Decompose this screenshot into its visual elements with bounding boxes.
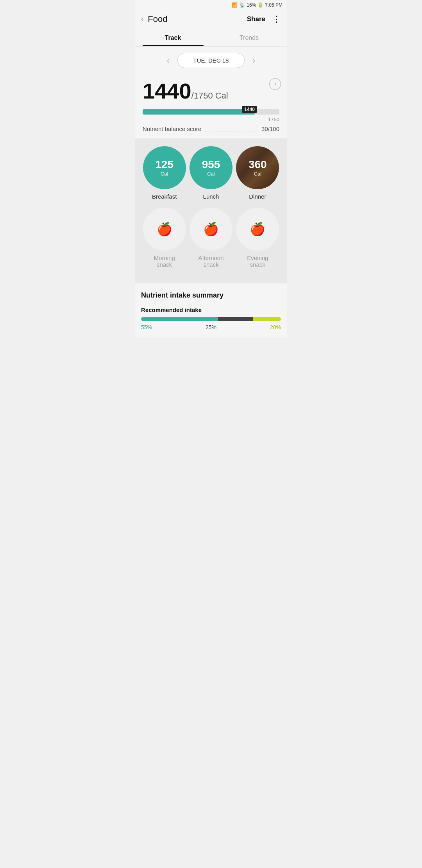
bar-label-25: 25% bbox=[206, 324, 216, 330]
morning-snack-circle: 🍎 bbox=[143, 208, 186, 251]
nutrient-balance-row: Nutrient balance score 30/100 bbox=[143, 126, 279, 132]
breakfast-circle: 125 Cal bbox=[143, 146, 186, 189]
calorie-current: 1440 bbox=[143, 79, 191, 103]
afternoon-snack-circle: 🍎 bbox=[190, 208, 232, 251]
status-icons: 📶 📡 16% 🔋 7:05 PM bbox=[232, 2, 283, 8]
bar-label-20: 20% bbox=[270, 324, 281, 330]
share-button[interactable]: Share bbox=[247, 15, 265, 23]
evening-snack-circle: 🍎 bbox=[236, 208, 279, 251]
app-header: ‹ Food Share ⋮ bbox=[135, 10, 287, 29]
morning-snack-icon: 🍎 bbox=[157, 222, 172, 237]
calorie-progress-fill: 1440 bbox=[143, 109, 255, 115]
calorie-progress-container: 1440 1750 bbox=[143, 109, 279, 115]
meals-section: 125 Cal Breakfast 955 Cal Lunch 360 Cal … bbox=[135, 138, 287, 283]
evening-snack-icon: 🍎 bbox=[250, 222, 265, 237]
header-left: ‹ Food bbox=[141, 14, 167, 24]
morning-snack-label: Morningsnack bbox=[154, 255, 175, 268]
calorie-goal-text: /1750 Cal bbox=[191, 91, 228, 100]
progress-current-label: 1440 bbox=[242, 106, 257, 113]
tab-bar: Track Trends bbox=[135, 29, 287, 47]
wifi-icon: 📶 bbox=[232, 2, 238, 8]
dinner-circle: 360 Cal bbox=[236, 146, 279, 189]
next-date-button[interactable]: › bbox=[249, 54, 259, 66]
dinner-cal: 360 bbox=[249, 159, 267, 170]
dinner-unit: Cal bbox=[254, 171, 262, 177]
status-bar: 📶 📡 16% 🔋 7:05 PM bbox=[135, 0, 287, 10]
bar-segment-25 bbox=[218, 317, 253, 321]
snacks-row: 🍎 Morningsnack 🍎 Afternoonsnack 🍎 Evenin… bbox=[141, 208, 281, 268]
lunch-label: Lunch bbox=[203, 193, 219, 200]
nutrient-balance-label: Nutrient balance score bbox=[143, 126, 201, 132]
meal-morning-snack[interactable]: 🍎 Morningsnack bbox=[143, 208, 186, 268]
more-button[interactable]: ⋮ bbox=[272, 14, 281, 24]
tab-track[interactable]: Track bbox=[135, 29, 211, 46]
dotted-divider bbox=[204, 131, 258, 131]
meal-evening-snack[interactable]: 🍎 Eveningsnack bbox=[236, 208, 279, 268]
recommended-bar bbox=[141, 317, 281, 321]
info-button[interactable]: i bbox=[269, 78, 281, 90]
battery-label: 16% bbox=[247, 2, 256, 8]
nutrient-summary-title: Nutrient intake summary bbox=[141, 291, 281, 299]
nutrient-summary-section: Nutrient intake summary Recommended inta… bbox=[135, 283, 287, 338]
page-title: Food bbox=[148, 14, 167, 24]
bar-segment-20 bbox=[253, 317, 281, 321]
current-date[interactable]: TUE, DEC 18 bbox=[177, 53, 245, 68]
calorie-progress-track: 1440 1750 bbox=[143, 109, 279, 115]
breakfast-unit: Cal bbox=[161, 171, 168, 177]
battery-icon: 🔋 bbox=[257, 2, 263, 8]
calorie-display: 1440/1750 Cal bbox=[143, 78, 279, 104]
afternoon-snack-icon: 🍎 bbox=[203, 222, 219, 237]
header-right: Share ⋮ bbox=[247, 14, 281, 24]
meal-breakfast[interactable]: 125 Cal Breakfast bbox=[143, 146, 186, 200]
evening-snack-label: Eveningsnack bbox=[247, 255, 268, 268]
lunch-circle: 955 Cal bbox=[190, 146, 232, 189]
back-button[interactable]: ‹ bbox=[141, 14, 144, 24]
tab-trends[interactable]: Trends bbox=[211, 29, 287, 46]
calorie-section: i 1440/1750 Cal 1440 1750 Nutrient balan… bbox=[135, 74, 287, 138]
main-meals-row: 125 Cal Breakfast 955 Cal Lunch 360 Cal … bbox=[141, 146, 281, 200]
recommended-intake-title: Recommended intake bbox=[141, 307, 281, 313]
bar-label-55: 55% bbox=[141, 324, 152, 330]
lunch-cal: 955 bbox=[202, 159, 220, 170]
meal-afternoon-snack[interactable]: 🍎 Afternoonsnack bbox=[190, 208, 232, 268]
progress-goal-label: 1750 bbox=[268, 117, 279, 122]
meal-dinner[interactable]: 360 Cal Dinner bbox=[236, 146, 279, 200]
lunch-unit: Cal bbox=[207, 171, 215, 177]
breakfast-cal: 125 bbox=[155, 159, 173, 170]
time-label: 7:05 PM bbox=[265, 2, 283, 8]
meal-lunch[interactable]: 955 Cal Lunch bbox=[190, 146, 232, 200]
bar-labels: 55% 25% 20% bbox=[141, 324, 281, 330]
prev-date-button[interactable]: ‹ bbox=[163, 54, 173, 66]
afternoon-snack-label: Afternoonsnack bbox=[198, 255, 224, 268]
signal-icon: 📡 bbox=[239, 2, 245, 8]
dinner-label: Dinner bbox=[249, 193, 266, 200]
date-navigation: ‹ TUE, DEC 18 › bbox=[135, 47, 287, 74]
breakfast-label: Breakfast bbox=[152, 193, 177, 200]
bar-segment-55 bbox=[141, 317, 218, 321]
nutrient-score-value: 30/100 bbox=[261, 126, 279, 132]
